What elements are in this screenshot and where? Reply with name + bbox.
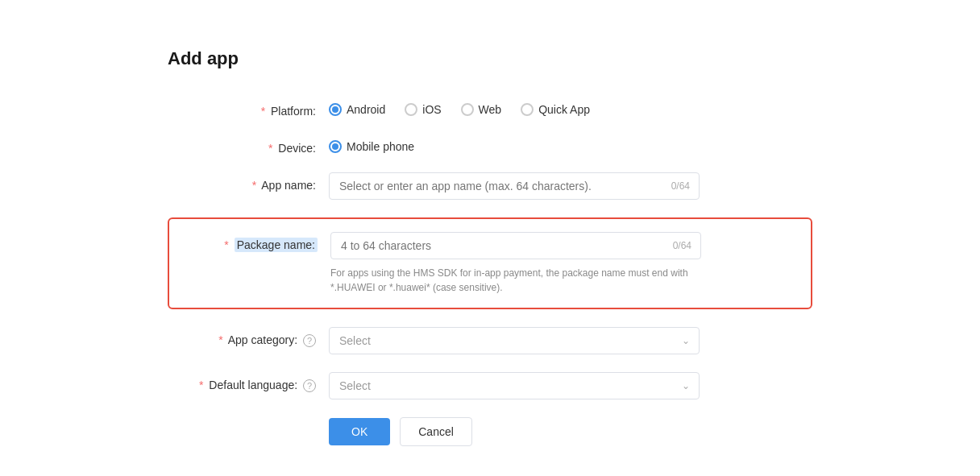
ok-button[interactable]: OK: [329, 418, 390, 445]
default-language-wrapper: Select ⌄: [329, 372, 700, 399]
package-name-hint: For apps using the HMS SDK for in-app pa…: [330, 266, 798, 295]
app-category-help-icon[interactable]: ?: [303, 334, 316, 347]
app-name-row: * App name: 0/64: [168, 172, 812, 200]
package-name-content: 0/64: [330, 232, 798, 259]
platform-android[interactable]: Android: [329, 103, 385, 116]
package-name-counter: 0/64: [673, 240, 691, 251]
platform-row: * Platform: Android iOS Web Quick App: [168, 98, 812, 118]
app-category-select[interactable]: Select: [329, 327, 700, 354]
package-name-row: * Package name: 0/64: [169, 232, 798, 259]
platform-ios[interactable]: iOS: [405, 103, 441, 116]
app-category-content: Select ⌄: [329, 327, 812, 354]
default-language-row: * Default language: ? Select ⌄: [168, 372, 812, 399]
radio-mobile: [329, 140, 342, 153]
app-category-label: * App category: ?: [168, 327, 329, 347]
default-language-select[interactable]: Select: [329, 372, 700, 399]
app-name-counter: 0/64: [671, 180, 690, 192]
platform-web[interactable]: Web: [461, 103, 502, 116]
app-name-content: 0/64: [329, 172, 812, 200]
app-category-wrapper: Select ⌄: [329, 327, 700, 354]
radio-web: [461, 103, 474, 116]
app-name-input[interactable]: [329, 172, 700, 200]
package-name-label: * Package name:: [169, 232, 330, 251]
form-actions: OK Cancel: [329, 417, 812, 446]
default-language-label: * Default language: ?: [168, 372, 329, 392]
page-container: Add app * Platform: Android iOS Web Quic…: [168, 48, 812, 446]
platform-quickapp[interactable]: Quick App: [521, 103, 590, 116]
device-mobile[interactable]: Mobile phone: [329, 140, 414, 153]
app-name-wrapper: 0/64: [329, 172, 700, 200]
package-name-input[interactable]: [330, 232, 701, 259]
radio-ios: [405, 103, 417, 116]
radio-quickapp: [521, 103, 534, 116]
page-title: Add app: [168, 48, 812, 69]
cancel-button[interactable]: Cancel: [400, 417, 472, 446]
app-category-row: * App category: ? Select ⌄: [168, 327, 812, 354]
device-row: * Device: Mobile phone: [168, 135, 812, 155]
default-language-help-icon[interactable]: ?: [303, 379, 316, 392]
device-label: * Device:: [168, 135, 329, 155]
platform-options: Android iOS Web Quick App: [329, 98, 812, 116]
platform-label: * Platform:: [168, 98, 329, 118]
device-options: Mobile phone: [329, 135, 812, 153]
package-name-section: * Package name: 0/64 For apps using the …: [168, 217, 812, 309]
default-language-content: Select ⌄: [329, 372, 812, 399]
radio-android: [329, 103, 342, 116]
package-name-wrapper: 0/64: [330, 232, 701, 259]
app-name-label: * App name:: [168, 172, 329, 192]
